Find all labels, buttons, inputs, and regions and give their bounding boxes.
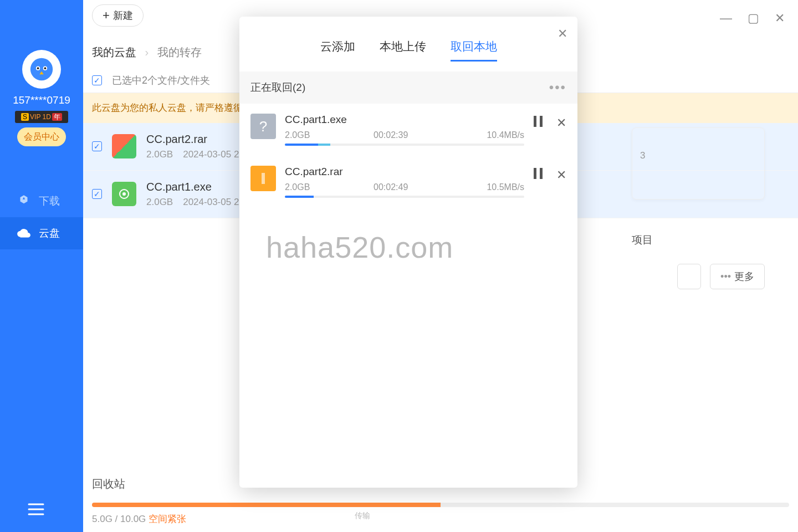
minimize-icon[interactable]: — [720, 11, 732, 25]
plus-icon: + [103, 8, 110, 23]
storage-warning: 空间紧张 [149, 514, 186, 524]
new-button[interactable]: +新建 [92, 4, 144, 27]
sidebar: 157****0719 SVIP 1D年 会员中心 下载 云盘 [0, 0, 83, 532]
svg-point-3 [37, 67, 39, 69]
sidebar-item-cloud[interactable]: 云盘 [0, 217, 83, 249]
rar-file-icon [250, 166, 276, 191]
file-meta: 2.0GB2024-03-05 2 [146, 149, 249, 160]
task-speed: 10.4MB/s [457, 130, 524, 140]
action-button[interactable] [677, 264, 701, 289]
chevron-right-icon: › [145, 46, 149, 58]
right-panel: 3 项目 •••更多 [632, 127, 765, 289]
svg-rect-9 [540, 116, 543, 127]
dialog-tabs: 云添加 本地上传 取回本地 [239, 17, 577, 71]
file-name: CC.part1.exe [146, 181, 249, 193]
storage-text: 5.0G / 10.0G 空间紧张 [92, 513, 789, 532]
storage-progress-bar [92, 503, 789, 507]
dialog-close-icon[interactable]: ✕ [557, 27, 567, 41]
cancel-task-icon[interactable]: ✕ [556, 168, 566, 182]
tab-cloud-add[interactable]: 云添加 [320, 39, 355, 62]
more-button[interactable]: •••更多 [710, 264, 765, 289]
bottom-tab-label[interactable]: 传输 [355, 511, 370, 521]
task-name: CC.part2.rar [285, 166, 524, 178]
watermark-text: haha520.com [266, 230, 453, 264]
svg-rect-8 [534, 116, 536, 127]
more-options-icon[interactable]: ••• [549, 80, 566, 95]
item-count-label: 项目 [632, 233, 765, 247]
breadcrumb-root[interactable]: 我的云盘 [92, 46, 136, 58]
task-progress-bar [285, 196, 524, 198]
pause-icon[interactable] [533, 116, 543, 130]
maximize-icon[interactable]: ▢ [748, 11, 759, 25]
svg-point-0 [30, 58, 53, 80]
download-icon [17, 194, 31, 208]
task-size: 2.0GB [285, 130, 374, 140]
task-size: 2.0GB [285, 182, 374, 192]
file-name: CC.part2.rar [146, 133, 249, 146]
task-time: 00:02:49 [374, 182, 457, 192]
dots-icon: ••• [720, 271, 731, 282]
cancel-task-icon[interactable]: ✕ [556, 116, 566, 130]
cloud-icon [17, 226, 31, 241]
file-checkbox[interactable]: ✓ [92, 189, 102, 199]
sidebar-item-label: 云盘 [39, 226, 60, 241]
close-icon[interactable]: ✕ [775, 11, 785, 25]
unknown-file-icon: ? [250, 114, 276, 139]
preview-card: 3 [632, 127, 765, 200]
task-name: CC.part1.exe [285, 114, 524, 126]
pause-icon[interactable] [533, 168, 543, 182]
file-meta: 2.0GB2024-03-05 2 [146, 197, 249, 208]
svg-rect-11 [534, 168, 536, 179]
member-center-button[interactable]: 会员中心 [17, 127, 66, 146]
svg-point-4 [44, 67, 47, 69]
avatar[interactable] [22, 50, 61, 89]
task-header-label: 正在取回(2) [250, 80, 305, 95]
task-list-header: 正在取回(2) ••• [239, 71, 577, 104]
select-all-checkbox[interactable]: ✓ [92, 75, 102, 85]
bird-avatar-icon [29, 57, 54, 81]
sidebar-nav: 下载 云盘 [0, 185, 83, 249]
task-row: CC.part2.rar 2.0GB 00:02:49 10.5MB/s ✕ [239, 156, 577, 208]
tab-retrieve-local[interactable]: 取回本地 [451, 39, 497, 62]
exe-file-icon [112, 182, 136, 206]
tab-local-upload[interactable]: 本地上传 [380, 39, 426, 62]
task-speed: 10.5MB/s [457, 182, 524, 192]
breadcrumb-current: 我的转存 [157, 46, 202, 58]
vip-badge[interactable]: SVIP 1D年 [15, 111, 68, 123]
window-controls: — ▢ ✕ [720, 11, 785, 25]
file-checkbox[interactable]: ✓ [92, 141, 102, 151]
username: 157****0719 [0, 94, 83, 106]
svg-rect-12 [540, 168, 543, 179]
sidebar-item-label: 下载 [39, 194, 60, 208]
selected-count-label: 已选中2个文件/文件夹 [112, 74, 210, 87]
task-time: 00:02:39 [374, 130, 457, 140]
sidebar-item-download[interactable]: 下载 [0, 185, 83, 217]
svg-point-7 [122, 192, 126, 196]
svg-rect-10 [262, 173, 265, 184]
hamburger-menu-icon[interactable] [28, 503, 44, 518]
rar-file-icon [112, 134, 136, 158]
task-progress-bar [285, 144, 524, 146]
task-row: ? CC.part1.exe 2.0GB 00:02:39 10.4MB/s ✕ [239, 104, 577, 156]
